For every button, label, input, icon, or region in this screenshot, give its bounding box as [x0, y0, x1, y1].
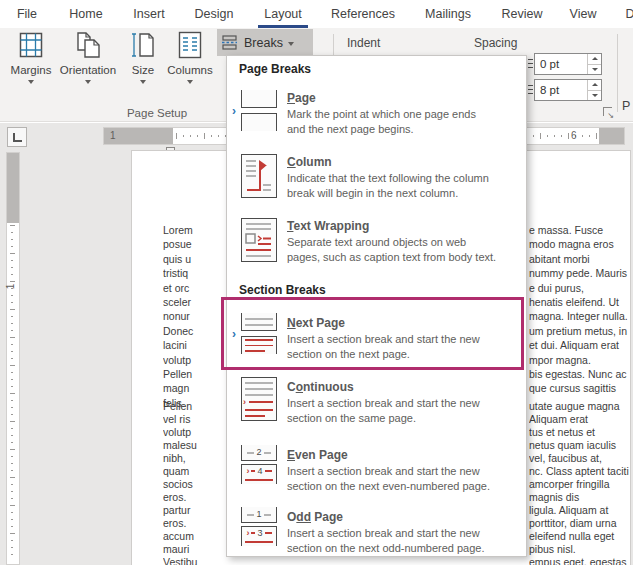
page-break-glyph-icon — [222, 35, 238, 50]
spacing-before-field[interactable]: 0 pt — [534, 53, 602, 75]
ribbon-tab-bar: File Home Insert Design Layout Reference… — [0, 0, 633, 28]
next-page-highlight-annotation — [221, 297, 524, 370]
document-text-right-para2[interactable]: utate augue magna Aliquam erat tus et ne… — [529, 400, 633, 565]
spinner-down-icon[interactable] — [588, 64, 601, 75]
text-wrapping-icon — [241, 218, 277, 262]
columns-label: Columns — [167, 64, 212, 76]
group-divider — [617, 34, 618, 112]
ruler-right-margin — [599, 128, 624, 144]
columns-icon — [177, 31, 203, 59]
spinner-up-icon[interactable] — [588, 80, 601, 90]
tab-view[interactable]: View — [570, 0, 597, 28]
menu-item-description: Insert a section break and start the new… — [287, 396, 480, 426]
chevron-down-icon — [85, 80, 91, 84]
page-breaks-header: Page Breaks — [239, 62, 311, 76]
chevron-down-icon — [187, 80, 193, 84]
word-window: File Home Insert Design Layout Reference… — [0, 0, 633, 565]
ruler-number-left: 1 — [110, 130, 116, 141]
tab-design[interactable]: Design — [195, 0, 234, 28]
tab-stop-selector[interactable] — [7, 127, 27, 147]
menu-item-column[interactable]: Column Indicate that the text following … — [227, 150, 526, 212]
size-icon — [130, 31, 156, 59]
menu-item-title: Column — [287, 155, 332, 169]
odd-page-icon: 1 ›3 — [241, 507, 277, 546]
position-button-partial[interactable]: P — [622, 99, 630, 113]
spacing-before-icon-fragment — [528, 59, 533, 68]
tab-home[interactable]: Home — [69, 0, 102, 28]
menu-item-even-page[interactable]: 2 ›4 Even Page Insert a section break an… — [227, 443, 526, 505]
menu-item-text-wrapping[interactable]: Text Wrapping Separate text around objec… — [227, 214, 526, 276]
spacing-after-field[interactable]: 8 pt — [534, 79, 602, 101]
column-break-icon — [241, 154, 277, 198]
spinner-up-icon[interactable] — [588, 54, 601, 64]
ruler-top-margin — [7, 153, 19, 223]
page-break-icon — [241, 90, 277, 131]
orientation-button[interactable]: Orientation — [56, 31, 120, 115]
spacing-after-value: 8 pt — [535, 84, 587, 96]
size-button[interactable]: Size — [124, 31, 162, 115]
tab-references[interactable]: References — [331, 0, 395, 28]
spacing-before-value: 0 pt — [535, 58, 587, 70]
dialog-launcher-icon[interactable] — [603, 107, 612, 116]
breaks-label: Breaks — [244, 36, 283, 50]
chevron-down-icon — [140, 80, 146, 84]
vertical-ruler: 1 — [6, 152, 20, 565]
margins-label: Margins — [11, 64, 52, 76]
menu-item-page[interactable]: › Page Mark the point at which one page … — [227, 86, 526, 148]
chevron-down-icon — [288, 42, 294, 46]
tab-file[interactable]: File — [17, 0, 37, 28]
spinner-down-icon[interactable] — [588, 90, 601, 101]
spacing-after-spinner — [587, 80, 601, 100]
menu-item-description: Mark the point at which one page ends an… — [287, 107, 476, 137]
indent-label: Indent — [347, 36, 380, 50]
menu-item-description: Indicate that the text following the col… — [287, 171, 489, 201]
even-page-icon: 2 ›4 — [241, 445, 277, 484]
margins-icon — [18, 31, 44, 59]
margins-button[interactable]: Margins — [8, 31, 54, 115]
tab-mailings[interactable]: Mailings — [425, 0, 471, 28]
orientation-label: Orientation — [60, 64, 116, 76]
tab-review[interactable]: Review — [502, 0, 543, 28]
orientation-icon — [74, 31, 102, 59]
tab-insert[interactable]: Insert — [133, 0, 164, 28]
menu-item-description: Insert a section break and start the new… — [287, 526, 485, 556]
size-label: Size — [132, 64, 154, 76]
menu-item-title: Even Page — [287, 448, 348, 462]
menu-item-odd-page[interactable]: 1 ›3 Odd Page Insert a section break and… — [227, 505, 526, 557]
menu-item-title: Text Wrapping — [287, 219, 369, 233]
menu-item-title: Page — [287, 91, 316, 105]
menu-item-continuous[interactable]: › Continuous Insert a section break and … — [227, 375, 526, 437]
menu-item-title: Continuous — [287, 380, 354, 394]
tab-layout[interactable]: Layout — [264, 0, 302, 28]
chevron-down-icon — [28, 80, 34, 84]
menu-item-description: Insert a section break and start the new… — [287, 464, 490, 494]
blue-arrow-marker-icon: › — [232, 104, 236, 118]
ruler-number: 1 — [5, 284, 16, 290]
ruler-number-right: 6 — [571, 130, 577, 141]
menu-item-title: Odd Page — [287, 510, 343, 524]
spacing-after-icon-fragment — [528, 85, 533, 94]
breaks-button[interactable]: Breaks — [217, 29, 313, 56]
spacing-before-spinner — [587, 54, 601, 74]
menu-item-description: Separate text around objects on web page… — [287, 235, 496, 265]
section-breaks-header: Section Breaks — [239, 283, 326, 297]
continuous-break-icon: › — [241, 377, 277, 421]
document-text-right-para1[interactable]: e massa. Fusce modo magna eros abitant m… — [529, 223, 633, 396]
page-setup-group-label: Page Setup — [127, 107, 187, 119]
tab-developer-partial[interactable]: D — [625, 0, 633, 28]
ruler-ticks-major — [10, 225, 15, 555]
spacing-label: Spacing — [474, 36, 517, 50]
active-tab-underline — [258, 25, 308, 28]
document-text-left-para2[interactable]: Pellen vel ris volutp malesu nibh, quam … — [163, 400, 227, 565]
columns-button[interactable]: Columns — [163, 31, 217, 115]
left-tab-stop-icon — [13, 133, 22, 142]
document-text-left-para1[interactable]: Lorem posue quis u tristiq et orc sceler… — [163, 223, 227, 410]
